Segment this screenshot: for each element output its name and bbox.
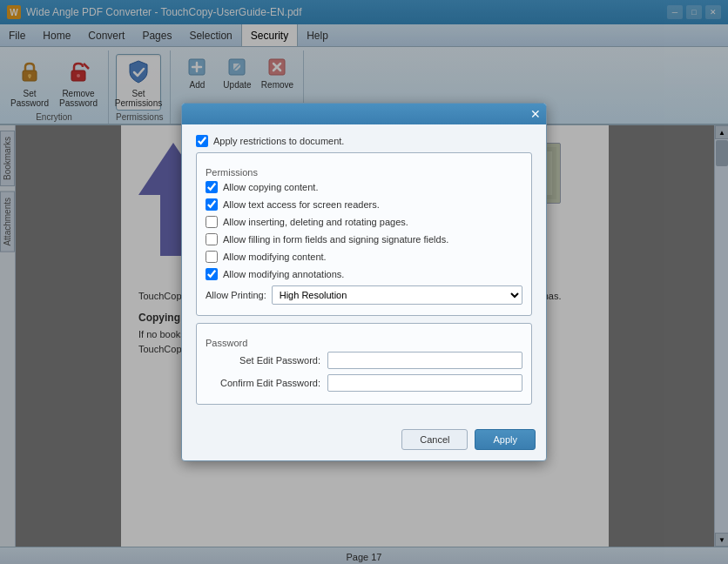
apply-button[interactable]: Apply — [475, 429, 536, 450]
allow-printing-label: Allow Printing: — [206, 290, 266, 300]
cancel-button[interactable]: Cancel — [401, 429, 468, 450]
allow-copying-checkbox[interactable] — [206, 181, 218, 193]
confirm-edit-password-input[interactable] — [327, 374, 522, 392]
modal-footer: Cancel Apply — [182, 422, 546, 460]
allow-copying-row: Allow copying content. — [206, 181, 522, 193]
allow-text-access-row: Allow text access for screen readers. — [206, 198, 522, 211]
modal-title-bar: ✕ — [182, 104, 546, 124]
allow-printing-select[interactable]: None Low Resolution High Resolution — [272, 285, 522, 305]
allow-modifying-annotations-row: Allow modifying annotations. — [206, 268, 522, 280]
set-permissions-modal: ✕ Apply restrictions to document. Permis… — [181, 103, 547, 461]
modal-close-button[interactable]: ✕ — [530, 108, 541, 120]
apply-restrictions-label: Apply restrictions to document. — [213, 136, 344, 146]
allow-inserting-row: Allow inserting, deleting and rotating p… — [206, 216, 522, 228]
allow-filling-row: Allow filling in form fields and signing… — [206, 233, 522, 245]
set-edit-password-row: Set Edit Password: — [206, 352, 522, 369]
password-box: Password Set Edit Password: Confirm Edit… — [196, 323, 532, 405]
modal-overlay: ✕ Apply restrictions to document. Permis… — [0, 0, 728, 564]
allow-filling-label: Allow filling in form fields and signing… — [223, 234, 448, 245]
allow-text-access-checkbox[interactable] — [206, 198, 218, 211]
allow-inserting-checkbox[interactable] — [206, 216, 218, 228]
set-edit-password-label: Set Edit Password: — [206, 355, 327, 366]
confirm-edit-password-row: Confirm Edit Password: — [206, 374, 522, 392]
allow-filling-checkbox[interactable] — [206, 233, 218, 245]
apply-restrictions-row: Apply restrictions to document. — [196, 135, 532, 147]
confirm-edit-password-label: Confirm Edit Password: — [206, 378, 327, 388]
allow-text-access-label: Allow text access for screen readers. — [223, 199, 380, 210]
modal-body: Apply restrictions to document. Permissi… — [182, 124, 546, 422]
allow-inserting-label: Allow inserting, deleting and rotating p… — [223, 217, 408, 227]
allow-modifying-annotations-label: Allow modifying annotations. — [223, 269, 344, 279]
allow-modifying-content-label: Allow modifying content. — [223, 252, 327, 262]
password-section-label: Password — [206, 338, 522, 348]
permissions-section-label: Permissions — [206, 167, 522, 178]
allow-copying-label: Allow copying content. — [223, 182, 318, 192]
permissions-box: Permissions Allow copying content. Allow… — [196, 152, 532, 316]
allow-modifying-content-row: Allow modifying content. — [206, 251, 522, 263]
allow-modifying-annotations-checkbox[interactable] — [206, 268, 218, 280]
allow-printing-row: Allow Printing: None Low Resolution High… — [206, 285, 522, 305]
apply-restrictions-checkbox[interactable] — [196, 135, 208, 147]
allow-modifying-content-checkbox[interactable] — [206, 251, 218, 263]
set-edit-password-input[interactable] — [327, 352, 522, 369]
